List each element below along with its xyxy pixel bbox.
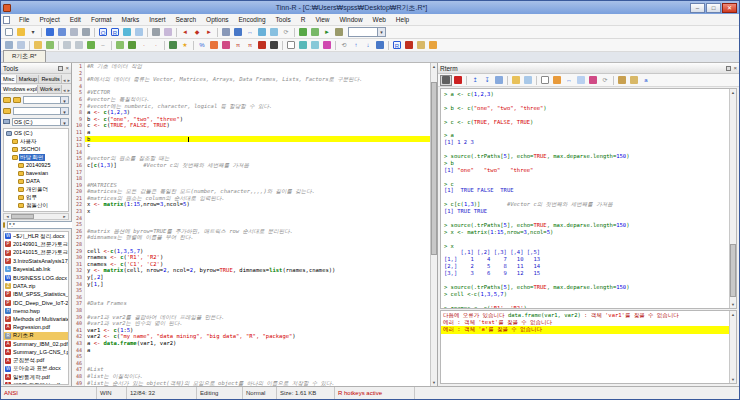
editor-line[interactable]: 15#vector의 원소를 참조할 때는: [72, 155, 430, 162]
close-file-icon[interactable]: [68, 27, 80, 38]
file-filter-input[interactable]: [7, 221, 82, 229]
error-line[interactable]: 다음에 오류가 있습니다 data.frame(var1, var2) : 객체…: [441, 312, 729, 319]
wrench-icon[interactable]: [150, 27, 162, 38]
chart-line-icon[interactable]: [220, 40, 232, 51]
editor-line[interactable]: 12b: [72, 136, 430, 143]
editor-line[interactable]: 6#vector는 동질적이다.: [72, 96, 430, 103]
file-item[interactable]: A일반통계학.pdf: [4, 373, 68, 381]
menu-item-view[interactable]: View: [311, 15, 335, 24]
rgui-icon[interactable]: R: [391, 40, 403, 51]
file-list[interactable]: W~$기_HLR 정리.docxP20140901_전문가토크쇼P2014101…: [3, 231, 69, 385]
editor-line[interactable]: 22x <- matrix(1:15,nrow=3,ncol=5): [72, 201, 430, 208]
sort-asc-icon[interactable]: ↑: [350, 40, 362, 51]
paste-icon[interactable]: [32, 40, 44, 51]
editor-line[interactable]: 11a: [72, 129, 430, 136]
menu-item-file[interactable]: File: [14, 15, 34, 24]
editor-line[interactable]: 43a <- data.frame(var1, var2): [72, 340, 430, 347]
directory-tree[interactable]: OS (C:)사용자JSCHOI바탕 화면20140925bavesianDAT…: [3, 128, 69, 212]
scroll-up-icon[interactable]: ▲: [431, 63, 437, 70]
menu-item-window[interactable]: Window: [334, 15, 367, 24]
chevron-down-icon[interactable]: ▾: [60, 97, 68, 103]
pi-right-icon[interactable]: π: [244, 40, 256, 51]
view-vertical-icon[interactable]: [268, 27, 280, 38]
view-editor-icon[interactable]: [220, 27, 232, 38]
search-icon[interactable]: Q: [97, 27, 109, 38]
open-file-icon[interactable]: [15, 27, 27, 38]
file-item[interactable]: Hmemo.hwp: [4, 307, 68, 315]
file-item[interactable]: P20140901_전문가토크쇼: [4, 240, 68, 248]
scroll-left-icon[interactable]: ◄: [4, 214, 11, 219]
pin-icon[interactable]: [58, 66, 63, 71]
eraser-icon[interactable]: [162, 27, 174, 38]
editor-line[interactable]: 1#R 기초 데이터 작업: [72, 63, 430, 70]
lasso-icon[interactable]: [321, 40, 333, 51]
save-all-icon[interactable]: [56, 27, 68, 38]
send-selection-icon[interactable]: ↧: [481, 75, 493, 86]
refresh2-icon[interactable]: ⟲: [338, 40, 350, 51]
mark-next-icon[interactable]: ►: [203, 27, 215, 38]
folder-icon[interactable]: [3, 97, 11, 103]
sort-desc-icon[interactable]: ↓: [362, 40, 374, 51]
clear-console-icon[interactable]: [628, 75, 640, 86]
tree-item[interactable]: 업무: [4, 193, 68, 201]
r-stop-icon[interactable]: [333, 27, 345, 38]
file-item[interactable]: W~$기_HLR 정리.docx: [4, 232, 68, 240]
copy-icon[interactable]: [15, 40, 27, 51]
filter-combo[interactable]: ▾: [13, 107, 69, 115]
r-paths-icon[interactable]: [309, 27, 321, 38]
scroll-thumb[interactable]: [11, 214, 34, 219]
file-item[interactable]: RR기초.R: [4, 332, 68, 340]
editor-line[interactable]: 34y[1,]: [72, 281, 430, 288]
save-icon[interactable]: [44, 27, 56, 38]
paste-special-icon[interactable]: [44, 40, 56, 51]
editor-line[interactable]: 26#matrix 옵션에 byrow=TRUE를 추가하면, 매트릭스 row…: [72, 228, 430, 235]
editor-line[interactable]: 24: [72, 215, 430, 222]
rterm-toggle-button[interactable]: [440, 75, 452, 86]
menu-item-web[interactable]: Web: [368, 15, 391, 24]
tree-item[interactable]: 20140925: [4, 161, 68, 169]
selection-icon[interactable]: [539, 75, 551, 86]
options-icon[interactable]: [551, 75, 563, 86]
stop-button[interactable]: [452, 75, 464, 86]
file-item[interactable]: PIDC_Deep_Dive_IoT-2014: [4, 298, 68, 306]
editor-line[interactable]: 2: [72, 70, 430, 77]
workspace-icon[interactable]: [575, 75, 587, 86]
pin-icon[interactable]: [726, 66, 731, 71]
pen-red-icon[interactable]: [256, 40, 268, 51]
cut-block-icon[interactable]: [309, 40, 321, 51]
tools-tab-markup[interactable]: Markup: [17, 75, 40, 83]
pen-black-icon[interactable]: [268, 40, 280, 51]
goto-line-icon[interactable]: [133, 27, 145, 38]
file-item[interactable]: ZDATA.zip: [4, 282, 68, 290]
tree-item[interactable]: OS (C:): [4, 129, 68, 137]
minimize-button[interactable]: –: [690, 3, 705, 13]
uncomment-icon[interactable]: –: [97, 40, 109, 51]
chevron-down-icon[interactable]: ▾: [377, 28, 385, 36]
history-combo[interactable]: ▾: [23, 96, 69, 104]
editor-line[interactable]: 48#list는 이질적이다.: [72, 373, 430, 380]
send-marked-icon[interactable]: [493, 75, 505, 86]
editor-vertical-scrollbar[interactable]: ▲ ▼: [430, 63, 437, 386]
folder-up-icon[interactable]: [13, 97, 21, 103]
filter-folder-icon[interactable]: [3, 108, 11, 114]
close-icon[interactable]: ×: [733, 66, 737, 71]
open-dropdown-icon[interactable]: ▾: [27, 27, 39, 38]
error-lines[interactable]: 다음에 오류가 있습니다 data.frame(var1, var2) : 객체…: [441, 311, 729, 383]
editor-line[interactable]: 10c <- c(TRUE, FALSE, TRUE): [72, 122, 430, 129]
replace-icon[interactable]: R: [109, 27, 121, 38]
tree-item[interactable]: 사용자: [4, 137, 68, 145]
tree-horizontal-scrollbar[interactable]: ◄ ►: [3, 213, 69, 220]
editor-line[interactable]: 32y <- matrix(cell, nrow=2, ncol=2, byro…: [72, 267, 430, 274]
drive-combo[interactable]: OS (C:)▾: [12, 118, 69, 126]
scroll-thumb[interactable]: [431, 82, 437, 255]
editor-line[interactable]: 36: [72, 294, 430, 301]
editor-line[interactable]: 7#vecotr에는 numberic, character, logical …: [72, 103, 430, 110]
menu-item-tools[interactable]: Tools: [271, 15, 296, 24]
tools-tab-windows-expl[interactable]: Windows expl: [1, 85, 38, 93]
tree-item[interactable]: DATA: [4, 177, 68, 185]
menu-item-insert[interactable]: Insert: [144, 15, 170, 24]
tab-scroll-right-icon[interactable]: ▸: [66, 87, 71, 93]
tree-item[interactable]: 개인폴더: [4, 185, 68, 193]
home-icon[interactable]: [415, 40, 427, 51]
tree-item[interactable]: 바탕 화면: [4, 153, 68, 161]
